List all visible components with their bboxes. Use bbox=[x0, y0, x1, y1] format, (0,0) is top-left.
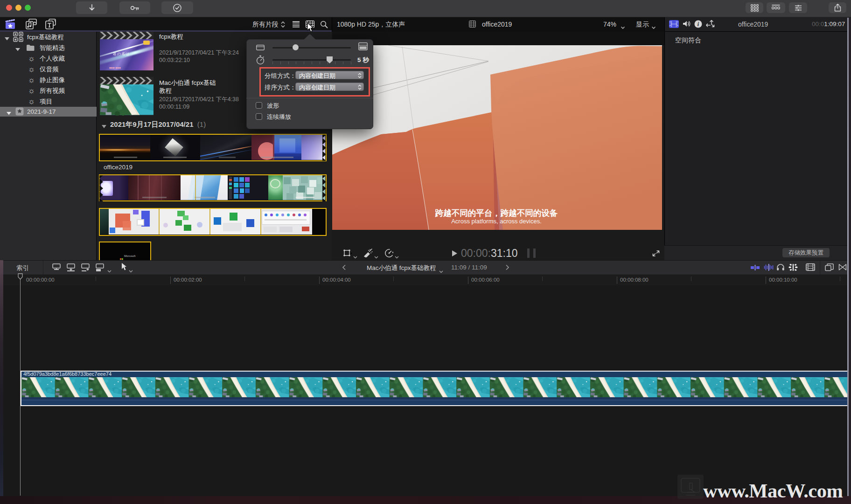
svg-text:Across platforms, across devic: Across platforms, across devices. bbox=[451, 218, 542, 225]
svg-text:跨越不同的平台，跨越不同的设备: 跨越不同的平台，跨越不同的设备 bbox=[435, 208, 558, 218]
